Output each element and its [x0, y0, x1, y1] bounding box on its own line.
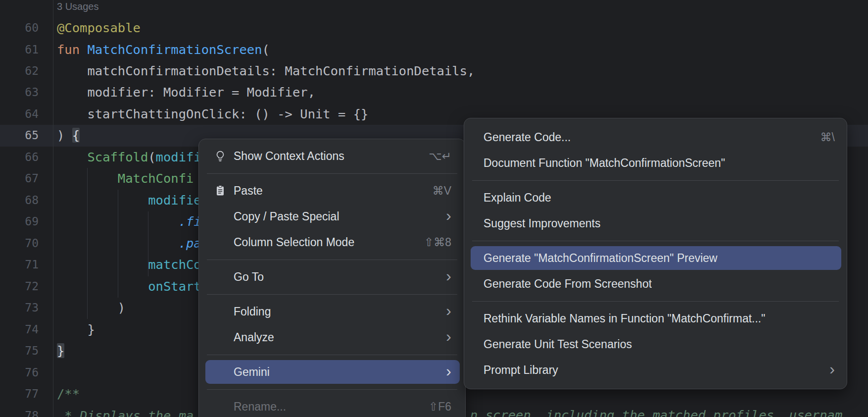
context-menu-item-folding[interactable]: Folding› [199, 299, 465, 324]
code-line: @Composable [57, 17, 141, 39]
submenu-arrow-icon: › [446, 268, 451, 284]
menu-item-label: Generate Code From Screenshot [483, 277, 652, 291]
context-menu-item-paste[interactable]: Paste⌘V [199, 178, 465, 204]
code-token: .pa [179, 236, 201, 251]
code-token: MatchConfi [118, 171, 194, 186]
menu-item-label: Generate "MatchConfirmationScreen" Previ… [483, 252, 718, 265]
line-number: 69 [0, 210, 39, 232]
code-token [57, 257, 148, 272]
code-line: ) { [57, 124, 80, 146]
code-token: /** [57, 386, 80, 401]
menu-item-label: Rename... [234, 400, 286, 414]
context-menu-separator [199, 169, 465, 178]
context-menu-item-analyze[interactable]: Analyze› [199, 324, 465, 350]
menu-item-shortcut: ⇧F6 [429, 400, 451, 414]
code-token: onStart [148, 279, 201, 294]
code-token: .fi [179, 214, 201, 229]
gemini-submenu-item-prompt-library[interactable]: Prompt Library› [464, 357, 847, 383]
code-line: modifier: Modifier = Modifier, [57, 81, 315, 103]
code-line: * Displays the ma [57, 405, 193, 417]
code-line: } [57, 340, 64, 362]
context-menu-item-gemini[interactable]: Gemini› [199, 359, 465, 385]
line-number: 74 [0, 318, 39, 340]
menu-item-label: Copy / Paste Special [234, 210, 339, 223]
submenu-arrow-icon: › [829, 361, 835, 377]
submenu-arrow-icon: › [446, 208, 451, 223]
code-line: onStart [57, 275, 201, 297]
line-number: 67 [0, 167, 39, 189]
gemini-submenu-item-generate-preview[interactable]: Generate "MatchConfirmationScreen" Previ… [464, 245, 847, 271]
menu-item-label: Column Selection Mode [234, 236, 354, 249]
context-menu-item-column-selection-mode[interactable]: Column Selection Mode⇧⌘8 [199, 229, 465, 255]
code-token: MatchConfirmationScreen [87, 42, 262, 57]
code-token [57, 236, 179, 251]
code-line: startChattingOnClick: () -> Unit = {} [57, 103, 368, 125]
usages-inlay-hint[interactable]: 3 Usages [57, 0, 99, 13]
gemini-submenu-item-rethink-variable-names[interactable]: Rethink Variable Names in Function "Matc… [464, 306, 847, 331]
gemini-submenu-separator [464, 297, 847, 306]
menu-item-label: Document Function "MatchConfirmationScre… [483, 156, 725, 170]
context-menu-separator [199, 255, 465, 264]
menu-item-label: Rethink Variable Names in Function "Matc… [483, 312, 765, 325]
context-menu-item-rename: Rename...⇧F6 [199, 394, 465, 417]
code-token: modifi [156, 150, 201, 164]
code-line: .fi [57, 210, 201, 232]
gemini-submenu-item-suggest-improvements[interactable]: Suggest Improvements [464, 210, 847, 236]
menu-item-label: Analyze [234, 331, 274, 344]
context-menu-separator [199, 290, 465, 299]
gemini-submenu-separator [464, 236, 847, 245]
code-line: ) [57, 297, 125, 318]
gemini-submenu: Generate Code...⌘\Document Function "Mat… [464, 118, 847, 389]
menu-item-label: Suggest Improvements [483, 217, 601, 230]
menu-item-label: Generate Unit Test Scenarios [483, 338, 632, 351]
menu-item-label: Paste [234, 184, 263, 198]
code-line: fun MatchConfirmationScreen( [57, 39, 270, 60]
menu-item-shortcut: ⌘V [433, 184, 451, 198]
code-token [57, 193, 148, 208]
line-number: 73 [0, 297, 39, 318]
menu-item-shortcut: ⌘\ [820, 131, 835, 144]
ide-screen: { "colors": { "editor_background": "#1E1… [0, 0, 868, 417]
context-menu-item-copy-paste-special[interactable]: Copy / Paste Special› [199, 204, 465, 229]
gemini-submenu-item-generate-code-from-screenshot[interactable]: Generate Code From Screenshot [464, 271, 847, 297]
gemini-submenu-item-explain-code[interactable]: Explain Code [464, 185, 847, 210]
gemini-submenu-item-generate-code[interactable]: Generate Code...⌘\ [464, 124, 847, 150]
menu-item-label: Generate Code... [483, 131, 571, 144]
code-line: Scaffold(modifi [57, 146, 201, 168]
gemini-submenu-item-document-function[interactable]: Document Function "MatchConfirmationScre… [464, 150, 847, 176]
line-number: 60 [0, 17, 39, 39]
code-token: startChattingOnClick: () -> Unit = {} [57, 106, 368, 121]
code-token [57, 279, 148, 294]
menu-item-label: Go To [234, 270, 264, 284]
gemini-submenu-separator [464, 176, 847, 185]
line-number: 64 [0, 103, 39, 125]
code-token: @Composable [57, 20, 141, 35]
code-token: Scaffold [87, 150, 148, 164]
gemini-submenu-item-generate-unit-test-scenarios[interactable]: Generate Unit Test Scenarios [464, 331, 847, 357]
code-line: } [57, 318, 95, 340]
menu-item-label: Prompt Library [483, 364, 558, 377]
submenu-arrow-icon: › [446, 328, 451, 344]
code-token: fun [57, 42, 87, 57]
code-token: ( [148, 150, 155, 164]
doc-comment-fragment: n screen, including the matched profiles… [470, 404, 842, 417]
code-token: matchCo [148, 257, 201, 272]
context-menu-item-show-context-actions[interactable]: Show Context Actions⌥↵ [199, 143, 465, 169]
menu-item-shortcut: ⌥↵ [429, 150, 451, 163]
submenu-arrow-icon: › [446, 303, 451, 318]
code-token [57, 150, 87, 164]
code-token: ) [57, 128, 72, 143]
code-token: matchConfirmationDetails: MatchConfirmat… [57, 63, 475, 78]
code-line: matchConfirmationDetails: MatchConfirmat… [57, 60, 475, 82]
code-token: modifie [148, 193, 201, 208]
code-token: { [72, 128, 80, 143]
line-number: 75 [0, 340, 39, 362]
line-number: 72 [0, 275, 39, 297]
line-number: 61 [0, 39, 39, 60]
code-token [57, 214, 179, 229]
context-menu-item-go-to[interactable]: Go To› [199, 264, 465, 290]
line-number: 65 [0, 124, 39, 146]
line-number: 62 [0, 60, 39, 82]
code-line: .pa [57, 232, 201, 254]
code-token [57, 171, 118, 186]
